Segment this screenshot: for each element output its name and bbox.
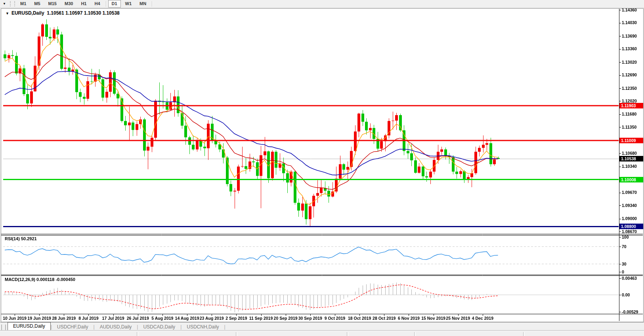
price-axis-tick: 1.13020 [622,60,637,65]
rsi-axis-tick: 100 [622,235,629,239]
price-axis-tick: 1.08670 [622,229,637,234]
collapse-icon[interactable]: ▼ [6,11,9,15]
rsi-axis-tick: 0 [622,270,624,274]
timeframe-button-m15[interactable]: M15 [45,0,60,8]
date-axis-label: 6 Nov 2019 [398,316,420,321]
date-axis-label: 4 Dec 2019 [472,316,493,321]
tab-eurusd[interactable]: EURUSD,Daily [8,322,51,331]
tab-separator: | [224,323,225,331]
date-axis-label: 28 Oct 2019 [373,316,396,321]
toolbar-separator [106,1,106,7]
symbol-tabbar: EURUSD,Daily|USDCHF,Daily|AUDUSD,Daily|U… [0,322,644,331]
status-separator [236,332,237,336]
timeframe-button-m5[interactable]: M5 [31,0,44,8]
date-axis-label: 8 Jul 2019 [78,316,98,321]
price-axis-tick: 1.13360 [622,46,637,51]
price-axis-tick: 1.09340 [622,203,637,208]
toolbar-grip[interactable] [10,1,15,6]
date-axis-label: 30 Sep 2019 [298,316,322,321]
tab-usdcad[interactable]: USDCAD,Daily [138,323,180,331]
date-axis-label: 11 Sep 2019 [249,316,273,321]
date-axis-label: 23 Aug 2019 [200,316,224,321]
price-chart-canvas[interactable] [0,0,644,336]
macd-axis-tick: -0.00529 [622,309,638,314]
price-badge: 1.10008 [619,177,643,182]
date-axis-label: 10 Jun 2019 [3,316,27,321]
date-axis-label: 18 Oct 2019 [348,316,371,321]
status-separator [414,332,416,336]
price-badge: 1.08800 [619,224,643,229]
timeframe-toolbar: ▼ M1M5M15M30H1H4D1W1MN [0,0,644,8]
price-axis-tick: 1.11680 [622,112,636,116]
macd-axis-tick: 0.00463 [622,276,637,281]
price-axis-tick: 1.10680 [622,151,637,156]
price-badge: 1.11903 [619,103,643,108]
date-axis-label: 15 Nov 2019 [421,316,445,321]
date-axis-label: 26 Jul 2019 [127,316,149,321]
macd-axis-tick: 0.00 [622,292,630,297]
price-axis-tick: 1.10340 [622,164,637,169]
price-badge: 1.11009 [619,138,643,143]
price-axis-tick: 1.09000 [622,216,637,221]
date-axis-label: 9 Oct 2019 [325,316,346,321]
date-axis-label: 25 Nov 2019 [446,316,470,321]
date-axis-label: 19 Jun 2019 [27,316,51,321]
price-axis-tick: 1.12350 [622,86,637,91]
date-axis-label: 28 Jun 2019 [52,316,76,321]
timeframe-button-mn[interactable]: MN [136,0,150,8]
status-separator [347,332,348,336]
status-separator [137,332,138,336]
price-badge: 1.10538 [619,156,643,161]
timeframe-button-d1[interactable]: D1 [108,0,121,8]
price-axis-tick: 1.12690 [622,72,637,77]
timeframe-button-h1[interactable]: H1 [77,0,90,8]
tab-audusd[interactable]: AUDUSD,Daily [95,323,137,331]
ohlc-values: 1.10561 1.10597 1.10530 1.10538 [47,10,120,16]
price-axis-tick: 1.13690 [622,34,637,38]
symbol-period-label: EURUSD,Daily [11,10,44,16]
date-axis-label: 17 Jul 2019 [102,316,124,321]
rsi-axis-tick: 70 [622,244,627,249]
status-separator [523,332,525,336]
timeframe-button-m1[interactable]: M1 [17,0,30,8]
rsi-axis-tick: 30 [622,262,627,266]
status-bar [0,331,644,336]
date-axis-label: 20 Sep 2019 [274,316,298,321]
timeframe-button-w1[interactable]: W1 [122,0,136,8]
tab-scroll-grip[interactable] [1,325,6,330]
macd-label: MACD(12,26,9) 0.000118 -0.000450 [5,277,75,282]
date-axis-label: 2 Sep 2019 [225,316,247,321]
date-axis-label: 5 Aug 2019 [151,316,173,321]
price-axis-tick: 1.11350 [622,125,636,129]
chart-title: ▼EURUSD,Daily 1.10561 1.10597 1.10530 1.… [6,10,121,16]
date-axis-label: 14 Aug 2019 [175,316,199,321]
price-axis-tick: 1.14360 [622,8,637,12]
timeframe-button-h4[interactable]: H4 [91,0,103,8]
tab-usdcnh[interactable]: USDCNH,Daily [182,323,224,331]
chart-dropdown-icon[interactable]: ▼ [0,0,9,7]
price-axis-tick: 1.14030 [622,20,637,25]
price-axis-tick: 1.09670 [622,190,637,195]
tab-usdchf[interactable]: USDCHF,Daily [52,323,94,331]
toolbar-separator [152,1,152,7]
rsi-label: RSI(14) 50.2921 [5,236,37,241]
timeframe-button-m30[interactable]: M30 [61,0,76,8]
